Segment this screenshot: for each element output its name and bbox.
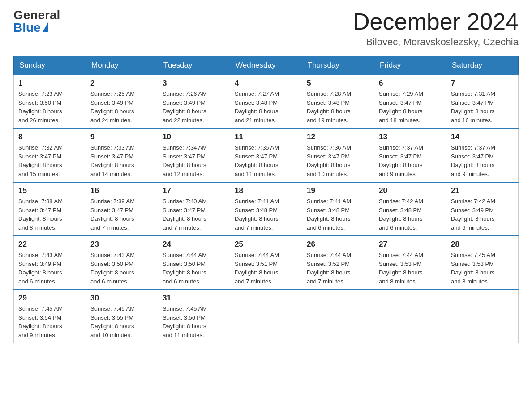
day-number: 8 [18,133,81,141]
day-info: Sunrise: 7:34 AMSunset: 3:47 PMDaylight:… [163,143,225,178]
day-info: Sunrise: 7:45 AMSunset: 3:53 PMDaylight:… [451,251,514,286]
day-number: 25 [235,240,297,249]
day-number: 21 [451,186,514,195]
calendar-cell [230,290,302,343]
location-title: Bilovec, Moravskoslezsky, Czechia [353,36,519,48]
weekday-header-saturday: Saturday [446,56,519,75]
calendar-cell: 22Sunrise: 7:43 AMSunset: 3:49 PMDayligh… [14,236,86,290]
calendar-cell: 28Sunrise: 7:45 AMSunset: 3:53 PMDayligh… [446,236,519,290]
calendar-cell: 4Sunrise: 7:27 AMSunset: 3:48 PMDaylight… [230,75,302,128]
calendar-cell: 2Sunrise: 7:25 AMSunset: 3:49 PMDaylight… [86,75,158,128]
calendar-cell: 20Sunrise: 7:42 AMSunset: 3:48 PMDayligh… [374,182,446,236]
calendar-cell: 30Sunrise: 7:45 AMSunset: 3:55 PMDayligh… [86,290,158,343]
calendar-cell [302,290,374,343]
calendar-cell: 17Sunrise: 7:40 AMSunset: 3:47 PMDayligh… [158,182,230,236]
day-number: 1 [18,79,81,88]
calendar-cell: 15Sunrise: 7:38 AMSunset: 3:47 PMDayligh… [14,182,86,236]
logo-triangle-icon [43,22,48,32]
day-info: Sunrise: 7:33 AMSunset: 3:47 PMDaylight:… [90,143,153,178]
day-number: 20 [379,186,442,195]
day-info: Sunrise: 7:43 AMSunset: 3:49 PMDaylight:… [18,251,81,286]
day-number: 14 [451,133,514,141]
calendar-cell: 19Sunrise: 7:41 AMSunset: 3:48 PMDayligh… [302,182,374,236]
day-number: 2 [90,79,153,88]
day-info: Sunrise: 7:36 AMSunset: 3:47 PMDaylight:… [307,143,369,178]
week-row-4: 22Sunrise: 7:43 AMSunset: 3:49 PMDayligh… [14,236,519,290]
day-number: 16 [90,186,153,195]
day-info: Sunrise: 7:45 AMSunset: 3:56 PMDaylight:… [163,304,225,339]
calendar-table: SundayMondayTuesdayWednesdayThursdayFrid… [13,56,519,343]
week-row-5: 29Sunrise: 7:45 AMSunset: 3:54 PMDayligh… [14,290,519,343]
title-area: December 2024 Bilovec, Moravskoslezsky, … [353,9,519,48]
calendar-cell [446,290,519,343]
calendar-cell: 3Sunrise: 7:26 AMSunset: 3:49 PMDaylight… [158,75,230,128]
day-info: Sunrise: 7:37 AMSunset: 3:47 PMDaylight:… [379,143,442,178]
day-number: 17 [163,186,225,195]
day-info: Sunrise: 7:38 AMSunset: 3:47 PMDaylight:… [18,197,81,232]
day-number: 19 [307,186,369,195]
weekday-header-monday: Monday [86,56,158,75]
day-info: Sunrise: 7:27 AMSunset: 3:48 PMDaylight:… [235,90,297,124]
day-info: Sunrise: 7:28 AMSunset: 3:48 PMDaylight:… [307,90,369,124]
day-info: Sunrise: 7:32 AMSunset: 3:47 PMDaylight:… [18,143,81,178]
day-info: Sunrise: 7:26 AMSunset: 3:49 PMDaylight:… [163,90,225,124]
calendar-cell: 24Sunrise: 7:44 AMSunset: 3:50 PMDayligh… [158,236,230,290]
day-info: Sunrise: 7:44 AMSunset: 3:50 PMDaylight:… [163,251,225,286]
calendar-cell: 5Sunrise: 7:28 AMSunset: 3:48 PMDaylight… [302,75,374,128]
week-row-3: 15Sunrise: 7:38 AMSunset: 3:47 PMDayligh… [14,182,519,236]
calendar-cell: 9Sunrise: 7:33 AMSunset: 3:47 PMDaylight… [86,128,158,182]
logo-blue-text: Blue [13,21,48,34]
day-info: Sunrise: 7:25 AMSunset: 3:49 PMDaylight:… [90,90,153,124]
day-number: 3 [163,79,225,88]
day-info: Sunrise: 7:37 AMSunset: 3:47 PMDaylight:… [451,143,514,178]
calendar-cell: 6Sunrise: 7:29 AMSunset: 3:47 PMDaylight… [374,75,446,128]
day-number: 30 [90,294,153,303]
weekday-header-sunday: Sunday [14,56,86,75]
calendar-cell: 31Sunrise: 7:45 AMSunset: 3:56 PMDayligh… [158,290,230,343]
day-info: Sunrise: 7:42 AMSunset: 3:49 PMDaylight:… [451,197,514,232]
day-number: 10 [163,133,225,141]
day-info: Sunrise: 7:41 AMSunset: 3:48 PMDaylight:… [307,197,369,232]
day-info: Sunrise: 7:44 AMSunset: 3:51 PMDaylight:… [235,251,297,286]
calendar-cell: 29Sunrise: 7:45 AMSunset: 3:54 PMDayligh… [14,290,86,343]
day-number: 9 [90,133,153,141]
calendar-cell: 26Sunrise: 7:44 AMSunset: 3:52 PMDayligh… [302,236,374,290]
day-info: Sunrise: 7:44 AMSunset: 3:52 PMDaylight:… [307,251,369,286]
calendar-cell: 1Sunrise: 7:23 AMSunset: 3:50 PMDaylight… [14,75,86,128]
week-row-2: 8Sunrise: 7:32 AMSunset: 3:47 PMDaylight… [14,128,519,182]
day-number: 27 [379,240,442,249]
calendar-cell: 11Sunrise: 7:35 AMSunset: 3:47 PMDayligh… [230,128,302,182]
day-number: 24 [163,240,225,249]
day-info: Sunrise: 7:42 AMSunset: 3:48 PMDaylight:… [379,197,442,232]
day-number: 18 [235,186,297,195]
calendar-cell: 27Sunrise: 7:44 AMSunset: 3:53 PMDayligh… [374,236,446,290]
day-info: Sunrise: 7:39 AMSunset: 3:47 PMDaylight:… [90,197,153,232]
day-number: 13 [379,133,442,141]
day-info: Sunrise: 7:31 AMSunset: 3:47 PMDaylight:… [451,90,514,124]
weekday-header-tuesday: Tuesday [158,56,230,75]
calendar-cell: 14Sunrise: 7:37 AMSunset: 3:47 PMDayligh… [446,128,519,182]
calendar-cell: 10Sunrise: 7:34 AMSunset: 3:47 PMDayligh… [158,128,230,182]
calendar-cell: 18Sunrise: 7:41 AMSunset: 3:48 PMDayligh… [230,182,302,236]
day-info: Sunrise: 7:41 AMSunset: 3:48 PMDaylight:… [235,197,297,232]
day-number: 15 [18,186,81,195]
calendar-cell: 16Sunrise: 7:39 AMSunset: 3:47 PMDayligh… [86,182,158,236]
day-number: 7 [451,79,514,88]
logo: General Blue [13,9,60,34]
month-title: December 2024 [353,9,519,34]
day-number: 22 [18,240,81,249]
day-info: Sunrise: 7:45 AMSunset: 3:54 PMDaylight:… [18,304,81,339]
day-info: Sunrise: 7:43 AMSunset: 3:50 PMDaylight:… [90,251,153,286]
calendar-cell: 23Sunrise: 7:43 AMSunset: 3:50 PMDayligh… [86,236,158,290]
week-row-1: 1Sunrise: 7:23 AMSunset: 3:50 PMDaylight… [14,75,519,128]
calendar-cell: 12Sunrise: 7:36 AMSunset: 3:47 PMDayligh… [302,128,374,182]
weekday-header-wednesday: Wednesday [230,56,302,75]
day-number: 26 [307,240,369,249]
day-number: 5 [307,79,369,88]
header: General Blue December 2024 Bilovec, Mora… [13,9,519,48]
day-number: 28 [451,240,514,249]
day-number: 29 [18,294,81,303]
weekday-header-friday: Friday [374,56,446,75]
day-number: 12 [307,133,369,141]
day-number: 6 [379,79,442,88]
